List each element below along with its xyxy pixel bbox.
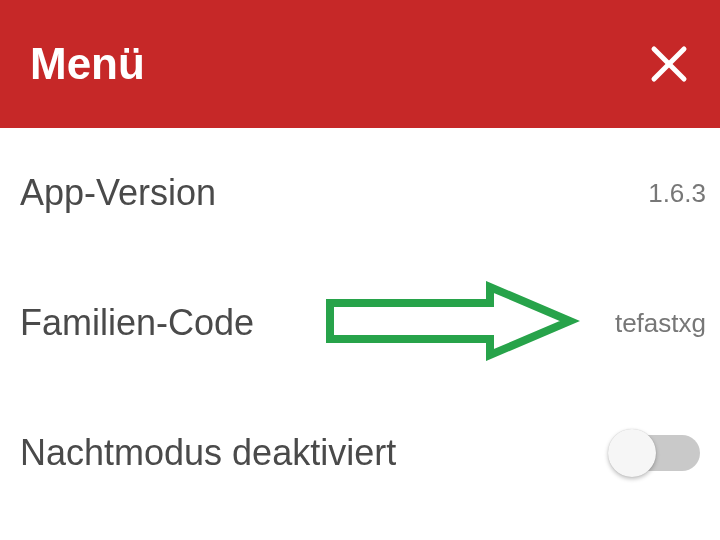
menu-content: App-Version 1.6.3 Familien-Code tefastxg… <box>0 128 720 518</box>
app-version-label: App-Version <box>20 172 216 214</box>
family-code-row[interactable]: Familien-Code tefastxg <box>20 258 700 388</box>
family-code-label: Familien-Code <box>20 302 254 344</box>
night-mode-label: Nachtmodus deaktiviert <box>20 432 396 474</box>
toggle-knob <box>608 429 656 477</box>
svg-marker-2 <box>330 287 570 355</box>
night-mode-toggle[interactable] <box>612 435 700 471</box>
arrow-right-icon <box>320 281 580 365</box>
app-version-value: 1.6.3 <box>648 178 706 209</box>
close-icon <box>648 43 690 85</box>
menu-header: Menü <box>0 0 720 128</box>
close-button[interactable] <box>648 43 690 85</box>
menu-title: Menü <box>30 39 145 89</box>
app-version-row: App-Version 1.6.3 <box>20 128 700 258</box>
night-mode-row: Nachtmodus deaktiviert <box>20 388 700 518</box>
family-code-value: tefastxg <box>615 308 706 339</box>
